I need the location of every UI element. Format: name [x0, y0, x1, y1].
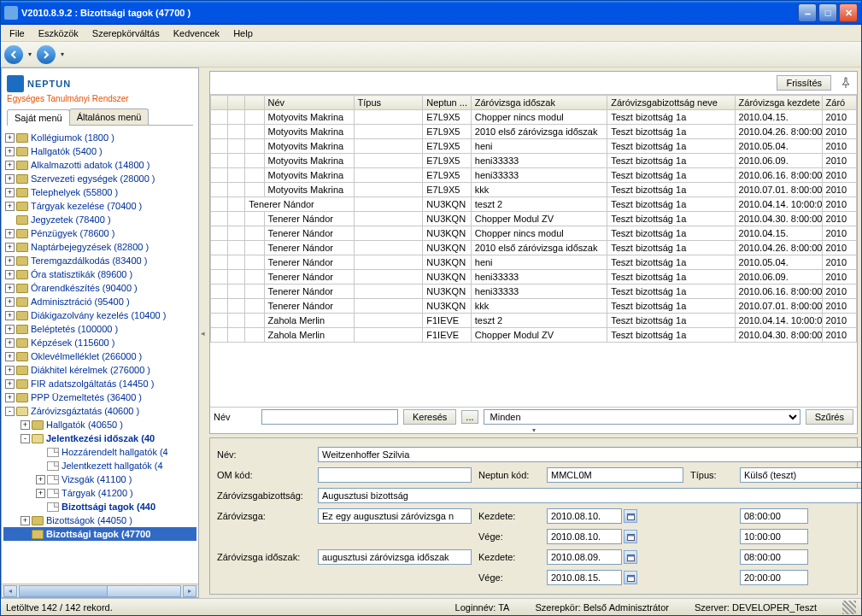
tree-item[interactable]: +Beléptetés (100000 )	[3, 322, 196, 336]
tree-item[interactable]: +Szervezeti egységek (28000 )	[3, 172, 196, 185]
tree-expand-icon[interactable]: +	[5, 161, 15, 170]
tab-own-menu[interactable]: Saját menü	[7, 109, 70, 126]
menu-help[interactable]: Help	[226, 26, 260, 40]
tree-expand-icon[interactable]: +	[5, 256, 15, 266]
nav-forward-button[interactable]	[37, 45, 56, 64]
field-committee[interactable]: Augusztusi bizottság	[318, 488, 861, 503]
tree-item[interactable]: +Alkalmazotti adatok (14800 )	[3, 158, 196, 172]
nav-forward-dropdown[interactable]: ▾	[61, 50, 64, 58]
tree-item[interactable]: +Teremgazdálkodás (83400 )	[3, 254, 196, 267]
calendar-icon[interactable]	[624, 571, 637, 584]
tree-expand-icon[interactable]: +	[5, 133, 15, 143]
tree-expand-icon[interactable]: +	[5, 393, 15, 402]
tab-general-menu[interactable]: Általános menü	[69, 109, 150, 125]
nav-back-dropdown[interactable]: ▾	[28, 50, 32, 58]
field-period-start-date[interactable]: 2010.08.09.	[547, 549, 622, 565]
table-row[interactable]: Tenerer NándorNU3KQNChopper Modul ZVTesz…	[211, 212, 857, 226]
menu-tools[interactable]: Eszközök	[32, 26, 85, 40]
tree-expand-icon[interactable]: +	[36, 489, 45, 498]
tree-expand-icon[interactable]: +	[5, 311, 15, 320]
table-row[interactable]: Motyovits MakrinaE7L9X5heni33333Teszt bi…	[211, 168, 857, 183]
calendar-icon[interactable]	[624, 550, 637, 564]
tree-expand-icon[interactable]: +	[5, 202, 15, 211]
panel-resize-grip[interactable]	[210, 426, 857, 433]
scroll-right-icon[interactable]: ▸	[183, 585, 196, 597]
table-row[interactable]: Motyovits MakrinaE7L9X5kkkTeszt bizottsá…	[211, 183, 857, 197]
tree-expand-icon[interactable]: +	[5, 147, 15, 156]
grid-hdr-name[interactable]: Név	[264, 96, 354, 110]
tree-hscroll[interactable]: ◂ ▸	[2, 584, 198, 597]
tree-expand-icon[interactable]: +	[5, 366, 15, 375]
grid-hdr-neptun[interactable]: Neptun ...	[423, 96, 472, 110]
grid-hdr-period[interactable]: Záróvizsga időszak	[471, 96, 607, 110]
calendar-icon[interactable]	[624, 509, 637, 523]
tree-item[interactable]: +Bizottságok (44050 )	[3, 513, 196, 527]
table-row[interactable]: Tenerer NándorNU3KQNheni33333Teszt bizot…	[211, 270, 857, 285]
grid-hdr-year[interactable]: Záró	[822, 96, 856, 110]
tree-expand-icon[interactable]: +	[5, 379, 15, 389]
filter-select[interactable]: Minden	[484, 409, 800, 425]
grid-hdr-expand[interactable]	[211, 96, 228, 110]
splitter[interactable]	[199, 67, 206, 598]
tree-expand-icon[interactable]: +	[5, 284, 15, 293]
tree-item[interactable]: +Diákhitel kérelmek (276000 )	[3, 363, 196, 377]
tree-item[interactable]: +Képzések (115600 )	[3, 336, 196, 349]
field-period-start-time[interactable]: 08:00:00	[740, 549, 808, 565]
field-period[interactable]: augusztusi záróvizsga időszak	[318, 549, 472, 565]
calendar-icon[interactable]	[624, 530, 637, 543]
table-row[interactable]: Tenerer NándorNU3KQNteszt 2Teszt bizotts…	[211, 197, 857, 212]
scroll-left-icon[interactable]: ◂	[3, 585, 17, 597]
tree-expand-icon[interactable]: +	[36, 475, 45, 484]
tree-item[interactable]: +Adminisztráció (95400 )	[3, 295, 196, 308]
scroll-thumb[interactable]	[20, 586, 108, 596]
grid-hdr-type[interactable]: Típus	[354, 96, 423, 110]
table-row[interactable]: Tenerer NándorNU3KQNheni33333Teszt bizot…	[211, 285, 857, 299]
tree-item[interactable]: +Pénzügyek (78600 )	[3, 226, 196, 240]
search-input[interactable]	[261, 409, 398, 425]
tree-expand-icon[interactable]: +	[5, 338, 15, 348]
menu-role[interactable]: Szerepkörváltás	[85, 26, 167, 40]
field-name[interactable]: Weitzenhoffer Szilvia	[318, 447, 861, 462]
tree-expand-icon[interactable]: +	[5, 352, 15, 361]
tree-expand-icon[interactable]: +	[5, 243, 15, 252]
tree-item[interactable]: +Naptárbejegyzések (82800 )	[3, 240, 196, 254]
tree-expand-icon[interactable]: +	[5, 297, 15, 307]
table-row[interactable]: Tenerer NándorNU3KQN2010 első záróvizsga…	[211, 241, 857, 255]
tree-expand-icon[interactable]: -	[5, 407, 15, 416]
tree-expand-icon[interactable]: +	[5, 174, 15, 184]
field-exam-end-time[interactable]: 10:00:00	[740, 529, 808, 544]
grid-scroll[interactable]: Név Típus Neptun ... Záróvizsga időszak …	[210, 94, 857, 408]
grid-hdr-committee[interactable]: Záróvizsgabizottság neve	[607, 96, 735, 110]
grid-hdr-check[interactable]	[245, 96, 264, 110]
table-row[interactable]: Tenerer NándorNU3KQNkkkTeszt bizottság 1…	[211, 299, 857, 314]
table-row[interactable]: Motyovits MakrinaE7L9X5heni33333Teszt bi…	[211, 154, 857, 168]
tree-item[interactable]: +Hallgatók (5400 )	[3, 144, 196, 158]
grid-hdr-expand2[interactable]	[228, 96, 245, 110]
maximize-button[interactable]: □	[818, 3, 837, 22]
table-row[interactable]: Zahola MerlinF1IEVEChopper Modul ZVTeszt…	[211, 328, 857, 343]
field-exam[interactable]: Ez egy augusztusi záróvizsga n	[318, 508, 472, 524]
table-row[interactable]: Zahola MerlinF1IEVEteszt 2Teszt bizottsá…	[211, 314, 857, 328]
resize-grip-icon[interactable]	[842, 601, 856, 614]
search-options-button[interactable]: ...	[461, 410, 478, 424]
tree-item[interactable]: +Vizsgák (41100 )	[3, 472, 196, 486]
refresh-button[interactable]: Frissítés	[777, 75, 831, 91]
filter-button[interactable]: Szűrés	[806, 409, 853, 425]
field-period-end-time[interactable]: 20:00:00	[740, 570, 808, 585]
tree-item[interactable]: Jelentkezett hallgatók (4	[3, 459, 196, 472]
minimize-button[interactable]: ‒	[798, 3, 817, 22]
tree-item[interactable]: +Tárgyak kezelése (70400 )	[3, 199, 196, 213]
tree-expand-icon[interactable]: +	[5, 270, 15, 279]
menu-favorites[interactable]: Kedvencek	[167, 26, 226, 40]
tree-item[interactable]: +FIR adatszolgáltatás (14450 )	[3, 377, 196, 390]
tree-item[interactable]: +Óra statisztikák (89600 )	[3, 267, 196, 281]
field-exam-start-date[interactable]: 2010.08.10.	[547, 508, 622, 524]
table-row[interactable]: Tenerer NándorNU3KQNheniTeszt bizottság …	[211, 255, 857, 270]
tree-item[interactable]: Bizottsági tagok (440	[3, 500, 196, 513]
field-exam-start-time[interactable]: 08:00:00	[740, 508, 808, 524]
tree-expand-icon[interactable]: +	[21, 516, 30, 525]
table-row[interactable]: Motyovits MakrinaE7L9X52010 első záróviz…	[211, 125, 857, 139]
tree-item[interactable]: -Záróvizsgáztatás (40600 )	[3, 404, 196, 418]
tree-expand-icon[interactable]: +	[5, 188, 15, 197]
tree-item[interactable]: -Jelentkezési időszak (40	[3, 431, 196, 445]
